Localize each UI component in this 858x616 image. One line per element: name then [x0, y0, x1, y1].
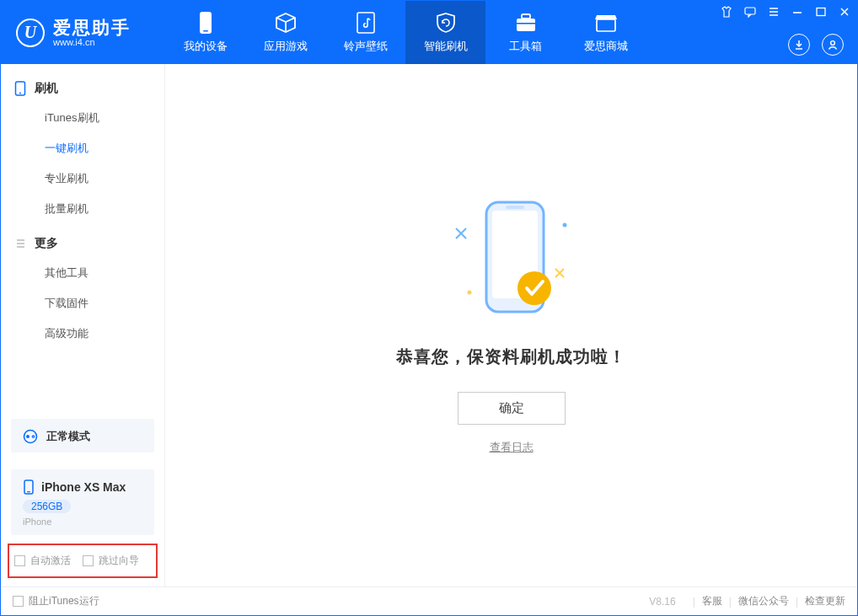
app-logo-icon: U: [16, 19, 45, 47]
success-title: 恭喜您，保资料刷机成功啦！: [396, 345, 626, 368]
shirt-icon[interactable]: [719, 4, 734, 19]
tab-smart-flash[interactable]: 智能刷机: [405, 1, 485, 64]
footer-link-update[interactable]: 检查更新: [805, 594, 845, 608]
tab-store[interactable]: 爱思商城: [566, 1, 646, 64]
tab-ringtone-wallpaper[interactable]: 铃声壁纸: [325, 1, 405, 64]
sidebar-item-download-firmware[interactable]: 下载固件: [1, 288, 164, 319]
svg-rect-1: [203, 30, 208, 32]
tab-label: 我的设备: [184, 39, 228, 54]
music-file-icon: [355, 12, 377, 34]
tab-label: 工具箱: [509, 39, 542, 54]
svg-rect-8: [817, 8, 825, 16]
group-title: 刷机: [35, 81, 58, 96]
window-controls: [719, 4, 852, 19]
app-subtitle: www.i4.cn: [53, 37, 131, 47]
footer: 阻止iTunes运行 V8.16 | 客服 | 微信公众号 | 检查更新: [1, 587, 857, 615]
store-icon: [595, 12, 617, 34]
checkbox-label: 跳过向导: [99, 554, 139, 568]
device-type: iPhone: [23, 517, 144, 527]
sidebar-item-one-key-flash[interactable]: 一键刷机: [1, 133, 164, 163]
sidebar-group-flash: 刷机: [1, 74, 164, 103]
user-icon[interactable]: [822, 34, 844, 56]
device-info-block[interactable]: iPhone XS Max 256GB iPhone: [11, 469, 154, 535]
device-mode-block: 正常模式: [11, 419, 154, 453]
shield-refresh-icon: [435, 12, 457, 34]
checkbox-icon: [83, 555, 94, 566]
minimize-icon[interactable]: [790, 4, 805, 19]
sidebar: 刷机 iTunes刷机 一键刷机 专业刷机 批量刷机 更多 其他工具 下载固件 …: [1, 64, 165, 587]
device-name: iPhone XS Max: [41, 480, 126, 494]
sidebar-group-more: 更多: [1, 229, 164, 258]
options-highlight-box: 自动激活 跳过向导: [8, 544, 158, 578]
svg-rect-16: [27, 491, 30, 492]
group-title: 更多: [35, 236, 58, 251]
tab-label: 应用游戏: [264, 39, 308, 54]
svg-point-17: [562, 223, 566, 228]
feedback-icon[interactable]: [743, 4, 758, 19]
checkbox-skip-guide[interactable]: 跳过向导: [83, 554, 139, 568]
checkbox-label: 自动激活: [30, 554, 71, 568]
tab-toolbox[interactable]: 工具箱: [485, 1, 566, 64]
svg-point-22: [517, 271, 551, 305]
logo-area: U 爱思助手 www.i4.cn: [1, 1, 165, 64]
svg-rect-21: [506, 206, 524, 209]
checkbox-label: 阻止iTunes运行: [29, 594, 99, 608]
sidebar-item-advanced[interactable]: 高级功能: [1, 319, 164, 349]
download-icon[interactable]: [788, 34, 810, 56]
toolbox-icon: [515, 12, 537, 34]
close-icon[interactable]: [837, 4, 852, 19]
checkbox-auto-activate[interactable]: 自动激活: [14, 554, 71, 568]
footer-link-support[interactable]: 客服: [702, 594, 722, 608]
svg-point-11: [19, 93, 21, 94]
account-icons: [788, 34, 844, 56]
svg-rect-5: [517, 23, 535, 24]
checkbox-icon: [14, 555, 25, 566]
success-illustration: [440, 196, 583, 322]
tab-my-device[interactable]: 我的设备: [165, 1, 245, 64]
svg-rect-2: [357, 13, 374, 33]
cube-icon: [275, 12, 297, 34]
maximize-icon[interactable]: [813, 4, 829, 19]
device-storage: 256GB: [23, 500, 71, 513]
checkbox-block-itunes[interactable]: 阻止iTunes运行: [13, 594, 99, 608]
svg-rect-4: [522, 14, 530, 19]
tab-label: 铃声壁纸: [344, 39, 388, 54]
list-icon: [14, 238, 26, 249]
logo-text: 爱思助手 www.i4.cn: [53, 18, 131, 47]
device-mode-label: 正常模式: [46, 429, 90, 444]
view-log-link[interactable]: 查看日志: [490, 440, 534, 455]
app-title: 爱思助手: [53, 18, 131, 37]
sidebar-item-other-tools[interactable]: 其他工具: [1, 258, 164, 288]
ok-button[interactable]: 确定: [458, 392, 566, 425]
svg-point-13: [26, 435, 29, 438]
tab-label: 智能刷机: [424, 39, 468, 54]
svg-rect-7: [745, 8, 755, 14]
phone-outline-icon: [14, 81, 26, 96]
sidebar-item-batch-flash[interactable]: 批量刷机: [1, 194, 164, 224]
titlebar: U 爱思助手 www.i4.cn 我的设备 应用游戏: [1, 1, 857, 64]
device-icon: [195, 12, 217, 34]
footer-link-wechat[interactable]: 微信公众号: [738, 594, 789, 608]
version-label: V8.16: [649, 596, 675, 608]
app-window: U 爱思助手 www.i4.cn 我的设备 应用游戏: [0, 0, 858, 616]
svg-rect-3: [517, 19, 535, 31]
svg-point-14: [32, 436, 34, 437]
svg-point-9: [831, 41, 835, 46]
main-content: 恭喜您，保资料刷机成功啦！ 确定 查看日志: [165, 64, 857, 587]
menu-icon[interactable]: [766, 4, 781, 19]
sidebar-item-pro-flash[interactable]: 专业刷机: [1, 163, 164, 194]
body: 刷机 iTunes刷机 一键刷机 专业刷机 批量刷机 更多 其他工具 下载固件 …: [1, 64, 857, 587]
tab-apps-games[interactable]: 应用游戏: [245, 1, 325, 64]
svg-rect-6: [597, 19, 615, 31]
sidebar-item-itunes-flash[interactable]: iTunes刷机: [1, 103, 164, 133]
svg-point-18: [467, 291, 471, 295]
tab-label: 爱思商城: [584, 39, 628, 54]
mode-icon: [23, 429, 38, 444]
checkbox-icon: [13, 596, 24, 607]
device-small-icon: [23, 479, 35, 495]
